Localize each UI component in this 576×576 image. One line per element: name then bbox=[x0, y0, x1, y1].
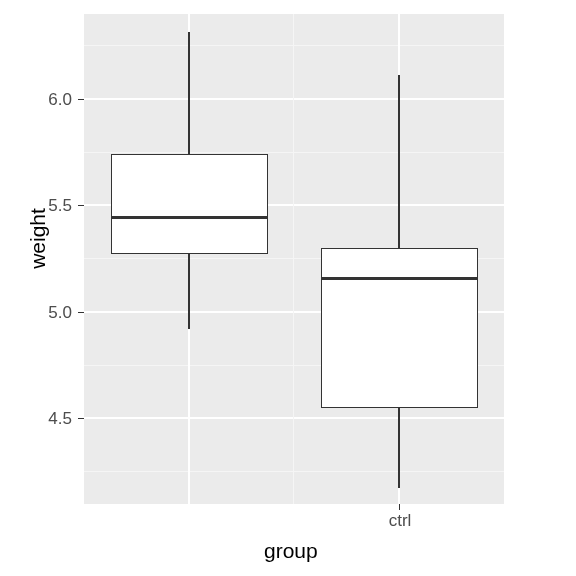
y-tick-label: 6.0 bbox=[48, 91, 72, 108]
grid-major bbox=[84, 417, 504, 419]
box1-whisker-lower bbox=[188, 254, 190, 329]
grid-minor bbox=[84, 45, 504, 46]
box2-iqr bbox=[321, 248, 478, 408]
y-axis-title: weight bbox=[27, 208, 48, 269]
y-tick-label: 5.0 bbox=[48, 304, 72, 321]
box1-median bbox=[111, 216, 268, 219]
x-tick bbox=[399, 504, 400, 510]
box2-median bbox=[321, 277, 478, 280]
y-tick bbox=[78, 312, 84, 313]
box2-whisker-lower bbox=[398, 408, 400, 488]
grid-minor bbox=[84, 471, 504, 472]
boxplot-chart: 4.5 5.0 5.5 6.0 ctrl weight group bbox=[0, 0, 576, 576]
grid-minor bbox=[84, 152, 504, 153]
y-tick-label: 4.5 bbox=[48, 410, 72, 427]
grid-major bbox=[84, 98, 504, 100]
y-tick bbox=[78, 418, 84, 419]
grid-minor-v bbox=[293, 14, 294, 504]
y-tick bbox=[78, 205, 84, 206]
box1-iqr bbox=[111, 154, 268, 254]
box2-whisker-upper bbox=[398, 75, 400, 248]
box1-whisker-upper bbox=[188, 32, 190, 154]
y-tick bbox=[78, 99, 84, 100]
x-axis-title: group bbox=[264, 540, 318, 561]
x-tick-label-ctrl: ctrl bbox=[386, 512, 414, 529]
y-tick-label: 5.5 bbox=[48, 197, 72, 214]
